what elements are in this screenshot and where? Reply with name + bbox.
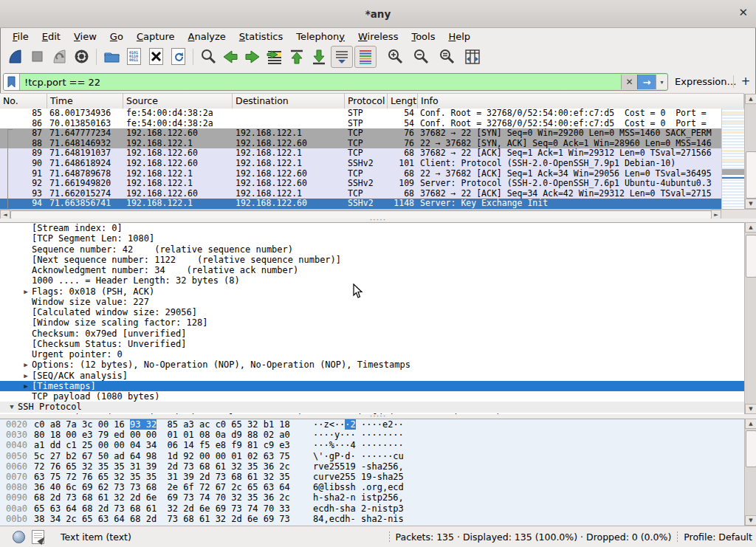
close-file-icon[interactable] bbox=[145, 47, 166, 67]
detail-tree-row[interactable]: Urgent pointer: 0 bbox=[0, 349, 744, 359]
restart-capture-icon[interactable] bbox=[49, 47, 69, 67]
bytes-vscrollbar[interactable]: ▲ ▼ bbox=[744, 419, 756, 526]
hex-row[interactable]: 009068 2d 73 68 61 32 2d 6e 69 73 74 70 … bbox=[0, 492, 744, 503]
detail-tree-row[interactable]: [Next sequence number: 1122 (relative se… bbox=[0, 255, 744, 265]
menu-item-edit[interactable]: Edit bbox=[35, 30, 67, 44]
auto-scroll-icon[interactable] bbox=[331, 46, 353, 68]
colorize-icon[interactable] bbox=[354, 46, 377, 68]
hex-row[interactable]: 0040a1 dd c1 25 00 00 04 34 06 14 f5 e8 … bbox=[0, 440, 744, 450]
resize-columns-icon[interactable] bbox=[462, 47, 483, 67]
menu-item-capture[interactable]: Capture bbox=[130, 30, 182, 44]
packet-row[interactable]: 9371.662015274192.168.122.60192.168.122.… bbox=[0, 189, 721, 199]
detail-tree-row[interactable]: Checksum: 0x79ed [unverified] bbox=[0, 328, 744, 339]
detail-tree-row[interactable]: Sequence number: 42 (relative sequence n… bbox=[0, 244, 744, 255]
hex-row[interactable]: 00b038 34 2c 65 63 64 68 2d 73 68 61 32 … bbox=[0, 514, 744, 524]
detail-tree-row[interactable]: Window size value: 227 bbox=[0, 297, 744, 307]
hex-row[interactable]: 00505c 27 b2 67 50 ad 64 98 1d 92 00 00 … bbox=[0, 451, 744, 461]
reload-file-icon[interactable] bbox=[168, 47, 188, 67]
packet-list-vscrollbar[interactable]: ▲ ▼ bbox=[744, 94, 756, 209]
detail-tree-row[interactable]: [Calculated window size: 29056] bbox=[0, 307, 744, 317]
detail-tree-row[interactable]: [Checksum Status: Unverified] bbox=[0, 339, 744, 349]
packet-row[interactable]: 8971.648191037192.168.122.60192.168.122.… bbox=[0, 148, 721, 159]
hex-row[interactable]: 007063 75 72 76 65 32 35 35 31 39 2d 73 … bbox=[0, 472, 744, 482]
scroll-down-icon[interactable]: ▼ bbox=[745, 199, 756, 209]
titlebar[interactable]: *any ✕ bbox=[0, 0, 756, 28]
expert-info-icon[interactable] bbox=[13, 531, 25, 543]
save-file-icon[interactable]: 010101100011 bbox=[123, 47, 144, 67]
detail-tree-row[interactable]: ▶[SEQ/ACK analysis] bbox=[0, 371, 744, 381]
go-to-packet-icon[interactable] bbox=[264, 47, 285, 67]
close-window-icon[interactable]: ✕ bbox=[738, 6, 748, 19]
packet-row[interactable]: 9171.648789678192.168.122.1192.168.122.6… bbox=[0, 169, 721, 179]
hex-row[interactable]: 00a065 63 64 68 2d 73 68 61 32 2d 6e 69 … bbox=[0, 503, 744, 514]
packet-row[interactable]: 9071.648618924192.168.122.60192.168.122.… bbox=[0, 159, 721, 169]
menu-item-file[interactable]: File bbox=[6, 30, 35, 44]
details-vscrollbar[interactable]: ▲ ▼ bbox=[744, 222, 756, 414]
zoom-original-icon[interactable] bbox=[436, 47, 457, 67]
detail-tree-row[interactable]: ▶Flags: 0x018 (PSH, ACK) bbox=[0, 286, 744, 297]
menu-item-go[interactable]: Go bbox=[103, 30, 130, 44]
capture-comment-icon[interactable] bbox=[32, 530, 44, 544]
menu-item-telephony[interactable]: Telephony bbox=[289, 30, 351, 44]
scrollbar-thumb[interactable] bbox=[746, 235, 756, 278]
filter-bookmark-icon[interactable] bbox=[4, 74, 20, 90]
detail-tree-row[interactable]: ▶Options: (12 bytes), No-Operation (NOP)… bbox=[0, 359, 744, 370]
go-last-icon[interactable] bbox=[309, 47, 329, 67]
column-header-protocol[interactable]: Protocol bbox=[345, 94, 388, 109]
detail-tree-row[interactable]: [TCP Segment Len: 1080] bbox=[0, 233, 744, 244]
detail-tree-row[interactable]: ▶[Timestamps] bbox=[0, 381, 744, 391]
packet-list-hscrollbar[interactable]: ◄ ► bbox=[0, 209, 721, 219]
packet-row[interactable]: 8771.647777234192.168.122.60192.168.122.… bbox=[0, 128, 721, 139]
filter-clear-icon[interactable]: ✕ bbox=[621, 75, 637, 89]
column-header-destination[interactable]: Destination bbox=[233, 94, 345, 109]
detail-tree-row[interactable]: TCP payload (1080 bytes) bbox=[0, 391, 744, 402]
packet-row[interactable]: 8568.001734936fe:54:00:d4:38:2aSTP54Conf… bbox=[0, 109, 721, 119]
menu-item-analyze[interactable]: Analyze bbox=[182, 30, 233, 44]
profile-status[interactable]: Profile: Default bbox=[684, 531, 752, 543]
scroll-up-icon[interactable]: ▲ bbox=[745, 94, 756, 104]
menu-item-help[interactable]: Help bbox=[441, 30, 477, 44]
stop-capture-icon[interactable] bbox=[27, 47, 47, 67]
display-filter-input[interactable]: !tcp.port == 22 ✕ → ▾ bbox=[3, 73, 668, 91]
tree-collapsed-icon[interactable]: ▶ bbox=[20, 286, 32, 297]
tree-collapsed-icon[interactable]: ▶ bbox=[20, 381, 32, 391]
tree-expanded-icon[interactable]: ▼ bbox=[6, 402, 18, 412]
capture-options-icon[interactable] bbox=[71, 47, 92, 67]
go-forward-icon[interactable] bbox=[242, 47, 263, 67]
filter-apply-icon[interactable]: → bbox=[637, 75, 656, 89]
column-header-source[interactable]: Source bbox=[123, 94, 233, 109]
filter-dropdown-icon[interactable]: ▾ bbox=[656, 75, 667, 89]
expression-button[interactable]: Expression… bbox=[675, 76, 737, 87]
zoom-out-icon[interactable] bbox=[410, 47, 431, 67]
zoom-in-icon[interactable] bbox=[385, 47, 405, 67]
column-header-length[interactable]: Length bbox=[388, 94, 418, 109]
packet-row[interactable]: 9471.663856741192.168.122.1192.168.122.6… bbox=[0, 199, 721, 209]
column-header-time[interactable]: Time bbox=[47, 94, 123, 109]
go-back-icon[interactable] bbox=[220, 47, 241, 67]
detail-tree-row[interactable]: 1000 .... = Header Length: 32 bytes (8) bbox=[0, 275, 744, 286]
tree-collapsed-icon[interactable]: ▶ bbox=[20, 359, 32, 370]
scroll-up-icon[interactable]: ▲ bbox=[745, 419, 756, 429]
column-header-info[interactable]: Info bbox=[418, 94, 744, 109]
hex-row[interactable]: 003080 18 00 e3 79 ed 00 00 01 01 08 0a … bbox=[0, 430, 744, 440]
tree-collapsed-icon[interactable]: ▶ bbox=[20, 371, 32, 381]
scroll-down-icon[interactable]: ▼ bbox=[745, 515, 756, 526]
packet-row[interactable]: 8670.013850163fe:54:00:d4:38:2aSTP54Conf… bbox=[0, 119, 721, 129]
detail-tree-row[interactable]: [Stream index: 0] bbox=[0, 223, 744, 233]
intelligent-scrollbar-minimap[interactable] bbox=[721, 109, 745, 209]
detail-tree-row[interactable]: Acknowledgment number: 34 (relative ack … bbox=[0, 265, 744, 275]
menu-item-statistics[interactable]: Statistics bbox=[233, 30, 289, 44]
open-file-icon[interactable] bbox=[101, 47, 122, 67]
menu-item-view[interactable]: View bbox=[67, 30, 103, 44]
go-first-icon[interactable] bbox=[286, 47, 307, 67]
column-header-no[interactable]: No. bbox=[0, 94, 47, 109]
add-filter-button[interactable]: + bbox=[739, 74, 752, 89]
scroll-up-icon[interactable]: ▲ bbox=[745, 222, 756, 233]
menu-item-tools[interactable]: Tools bbox=[405, 30, 441, 44]
filter-text[interactable]: !tcp.port == 22 bbox=[20, 77, 621, 88]
scrollbar-thumb[interactable] bbox=[746, 151, 756, 199]
start-capture-icon[interactable] bbox=[4, 47, 25, 67]
menu-item-wireless[interactable]: Wireless bbox=[351, 30, 405, 44]
hex-row[interactable]: 008036 40 6c 69 62 73 73 68 2e 6f 72 67 … bbox=[0, 482, 744, 492]
packet-row[interactable]: 8871.648146932192.168.122.1192.168.122.6… bbox=[0, 139, 721, 149]
